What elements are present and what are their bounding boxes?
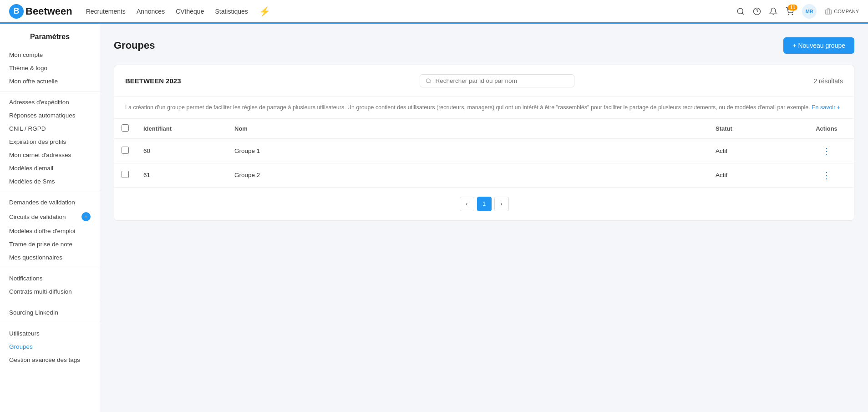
company-icon [825,8,832,15]
cell-name-1: Groupe 2 [227,163,708,187]
next-page-button[interactable]: › [494,197,509,211]
logo-b-icon: B [9,4,24,19]
main-content: Groupes + Nouveau groupe BEETWEEN 2023 2… [100,24,868,412]
section-name: BEETWEEN 2023 [125,77,181,85]
action-menu-button-1[interactable]: ⋮ [819,170,834,181]
sidebar-item-notifications[interactable]: Notifications [0,272,100,285]
cart-badge-wrap: 11 [786,7,794,15]
nav-recrutements[interactable]: Recrutements [86,6,126,17]
sidebar-item-mon-compte[interactable]: Mon compte [0,48,100,61]
sidebar-item-mon-offre[interactable]: Mon offre actuelle [0,75,100,88]
sidebar-item-modeles-email[interactable]: Modèles d'email [0,162,100,175]
sidebar-item-circuits-validation[interactable]: Circuits de validation + [0,209,100,224]
logo[interactable]: B Beetween [9,4,72,19]
learn-more-link[interactable]: En savoir + [812,104,840,111]
prev-page-button[interactable]: ‹ [460,197,474,211]
avatar-button[interactable]: MR [802,4,817,19]
company-name: COMPANY [834,9,859,14]
cell-id-1: 61 [136,163,227,187]
sidebar-item-tags[interactable]: Gestion avancée des tags [0,353,100,366]
cell-name-0: Groupe 1 [227,139,708,163]
row-checkbox-1[interactable] [122,171,129,178]
sidebar-item-reponses-auto[interactable]: Réponses automatiques [0,109,100,122]
sidebar-divider-5 [0,323,100,323]
search-icon [736,7,745,15]
circuits-badge: + [81,212,91,221]
action-menu-button-0[interactable]: ⋮ [819,146,834,157]
help-button[interactable] [753,7,761,15]
description: La création d'un groupe permet de facili… [114,97,854,119]
groups-card: BEETWEEN 2023 2 résultats La création d'… [114,65,854,221]
sidebar-item-contrats[interactable]: Contrats multi-diffusion [0,285,100,298]
sidebar-item-trame[interactable]: Trame de prise de note [0,238,100,251]
svg-point-0 [737,8,743,14]
company-label: COMPANY [825,8,859,15]
col-header-status: Statut [708,119,799,139]
search-icon [426,78,431,84]
sidebar-item-expiration[interactable]: Expiration des profils [0,135,100,148]
sidebar-title: Paramètres [0,33,100,48]
cart-badge: 11 [788,5,797,10]
nav-right: 11 MR COMPANY [736,4,859,19]
search-button[interactable] [736,7,745,15]
results-count: 2 résultats [813,77,843,85]
sidebar-item-theme-logo[interactable]: Thème & logo [0,61,100,75]
page-1-button[interactable]: 1 [477,197,492,211]
row-checkbox-0[interactable] [122,147,129,154]
select-all-checkbox[interactable] [122,124,129,132]
table-wrap: Identifiant Nom Statut Actions 60 Groupe… [114,119,854,188]
table-row: 60 Groupe 1 Actif ⋮ [114,139,854,163]
nav-cvtheque[interactable]: CVthèque [176,6,204,17]
sidebar-divider-3 [0,268,100,268]
col-header-name: Nom [227,119,708,139]
table-row: 61 Groupe 2 Actif ⋮ [114,163,854,187]
sidebar-divider-4 [0,302,100,302]
sidebar-item-modeles-sms[interactable]: Modèles de Sms [0,175,100,188]
bell-icon [769,7,777,15]
card-header: BEETWEEN 2023 2 résultats [114,65,854,97]
logo-text: Beetween [25,5,72,17]
page-header: Groupes + Nouveau groupe [114,37,854,54]
sidebar-item-demandes-validation[interactable]: Demandes de validation [0,196,100,209]
sidebar-divider-2 [0,192,100,192]
help-icon [753,7,761,15]
sidebar-item-linkedin[interactable]: Sourcing LinkedIn [0,306,100,319]
sidebar: Paramètres Mon compte Thème & logo Mon o… [0,24,100,412]
page-title: Groupes [114,40,155,51]
nav-statistiques[interactable]: Statistiques [215,6,248,17]
search-wrap [420,74,574,87]
sidebar-item-groupes[interactable]: Groupes [0,340,100,353]
bolt-icon[interactable]: ⚡ [259,6,270,17]
notifications-button[interactable] [769,7,777,15]
svg-line-8 [430,82,431,83]
cell-status-0: Actif [708,139,799,163]
layout: Paramètres Mon compte Thème & logo Mon o… [0,24,868,412]
sidebar-item-cnil[interactable]: CNIL / RGPD [0,122,100,135]
sidebar-item-modeles-offre[interactable]: Modèles d'offre d'emploi [0,224,100,238]
top-navigation: B Beetween Recrutements Annonces CVthèqu… [0,0,868,24]
groups-table: Identifiant Nom Statut Actions 60 Groupe… [114,119,854,188]
sidebar-item-adresses[interactable]: Adresses d'expédition [0,96,100,109]
sidebar-item-carnet[interactable]: Mon carnet d'adresses [0,148,100,162]
sidebar-item-questionnaires[interactable]: Mes questionnaires [0,251,100,264]
svg-rect-6 [826,10,832,14]
col-header-actions: Actions [799,119,854,139]
cell-id-0: 60 [136,139,227,163]
nav-links: Recrutements Annonces CVthèque Statistiq… [86,6,270,17]
svg-point-5 [792,14,793,15]
col-header-id: Identifiant [136,119,227,139]
svg-point-7 [426,79,431,83]
pagination: ‹ 1 › [114,188,854,220]
new-group-button[interactable]: + Nouveau groupe [783,37,854,54]
search-input[interactable] [436,77,569,84]
sidebar-item-utilisateurs[interactable]: Utilisateurs [0,327,100,340]
cell-status-1: Actif [708,163,799,187]
nav-annonces[interactable]: Annonces [137,6,165,17]
svg-point-4 [788,14,789,15]
svg-line-1 [742,13,744,14]
sidebar-divider-1 [0,92,100,92]
